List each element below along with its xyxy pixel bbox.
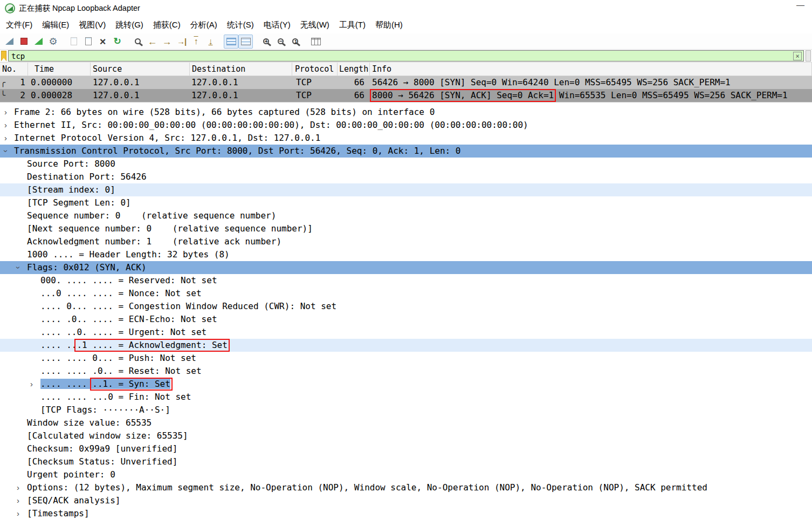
detail-row[interactable]: [TCP Flags: ·······A··S·] xyxy=(0,404,812,416)
detail-row[interactable]: [Next sequence number: 0 (relative seque… xyxy=(0,222,812,235)
column-header-source[interactable]: Source xyxy=(91,63,190,76)
collapse-icon[interactable]: › xyxy=(12,267,25,269)
start-capture-icon[interactable] xyxy=(2,35,17,49)
detail-row[interactable]: Checksum: 0x99a9 [unverified] xyxy=(0,442,812,455)
auto-scroll-icon[interactable] xyxy=(224,35,238,49)
menu-help[interactable]: 帮助(H) xyxy=(370,17,408,33)
menu-file[interactable]: 文件(F) xyxy=(1,17,37,33)
menu-statistics[interactable]: 统计(S) xyxy=(222,17,259,33)
detail-row[interactable]: ›Internet Protocol Version 4, Src: 127.0… xyxy=(0,132,812,145)
go-to-packet-icon[interactable] xyxy=(174,35,189,49)
packet-row-1[interactable]: ╭10.000000127.0.0.1127.0.0.1TCP6656426 →… xyxy=(0,76,812,89)
coloring-rules-icon[interactable] xyxy=(238,35,253,49)
packet-list-body: ╭10.000000127.0.0.1127.0.0.1TCP6656426 →… xyxy=(0,76,812,102)
detail-row-text: .... .... ...0 = Fin: Not set xyxy=(40,392,191,402)
open-file-icon[interactable] xyxy=(66,35,81,49)
detail-row[interactable]: ›[SEQ/ACK analysis] xyxy=(0,494,812,507)
detail-row[interactable]: .... .0.. .... = ECN-Echo: Not set xyxy=(0,313,812,326)
expand-icon[interactable]: › xyxy=(30,378,33,391)
detail-row[interactable]: ›Transmission Control Protocol, Src Port… xyxy=(0,145,812,158)
zoom-out-glyph xyxy=(278,38,284,44)
column-header-destination[interactable]: Destination xyxy=(190,63,292,76)
detail-row[interactable]: Sequence number: 0 (relative sequence nu… xyxy=(0,209,812,222)
detail-row[interactable]: [Stream index: 0] xyxy=(0,183,812,196)
filter-apply-button[interactable] xyxy=(806,50,811,62)
cell-length: 66 xyxy=(338,76,370,89)
expand-icon[interactable]: › xyxy=(4,119,7,132)
detail-row[interactable]: ›Ethernet II, Src: 00:00:00_00:00:00 (00… xyxy=(0,119,812,132)
close-file-icon[interactable] xyxy=(95,35,110,49)
detail-row[interactable]: .... ..0. .... = Urgent: Not set xyxy=(0,326,812,339)
menu-edit[interactable]: 编辑(E) xyxy=(37,17,74,33)
detail-row[interactable]: Acknowledgment number: 1 (relative ack n… xyxy=(0,235,812,248)
column-header-protocol[interactable]: Protocol xyxy=(292,63,338,76)
collapse-icon[interactable]: › xyxy=(0,150,12,153)
packet-row-2[interactable]: ╰20.000028127.0.0.1127.0.0.1TCP668000 → … xyxy=(0,89,812,102)
zoom-in-icon[interactable] xyxy=(259,35,273,49)
detail-row[interactable]: .... 0... .... = Congestion Window Reduc… xyxy=(0,300,812,313)
menu-telephony[interactable]: 电话(Y) xyxy=(259,17,295,33)
detail-row[interactable]: ›Options: (12 bytes), Maximum segment si… xyxy=(0,481,812,494)
expand-icon[interactable]: › xyxy=(17,507,19,520)
conversation-marker: ╰ xyxy=(1,89,5,102)
detail-row[interactable]: .... .... .0.. = Reset: Not set xyxy=(0,365,812,378)
cell-protocol: TCP xyxy=(292,76,338,89)
column-header-time[interactable]: Time xyxy=(28,63,91,76)
detail-row[interactable]: ›.... .... ..1. = Syn: Set xyxy=(0,378,812,391)
detail-row[interactable]: 000. .... .... = Reserved: Not set xyxy=(0,274,812,287)
zoom-out-icon[interactable] xyxy=(273,35,288,49)
expand-icon[interactable]: › xyxy=(17,481,19,494)
detail-row-text: Transmission Control Protocol, Src Port:… xyxy=(14,146,460,156)
detail-row[interactable]: [Calculated window size: 65535] xyxy=(0,429,812,442)
detail-row[interactable]: .... ...1 .... = Acknowledgment: Set xyxy=(0,339,812,352)
expand-icon[interactable]: › xyxy=(4,106,7,119)
detail-row[interactable]: .... .... ...0 = Fin: Not set xyxy=(0,391,812,404)
reload-glyph xyxy=(113,37,121,46)
detail-row[interactable]: Window size value: 65535 xyxy=(0,416,812,429)
restart-capture-icon[interactable] xyxy=(31,35,46,49)
expand-icon[interactable]: › xyxy=(4,132,7,145)
cell-protocol: TCP xyxy=(292,89,338,102)
column-header-no[interactable]: No. xyxy=(0,63,28,76)
reload-icon[interactable] xyxy=(110,35,125,49)
filter-clear-icon[interactable]: × xyxy=(793,52,802,60)
detail-row[interactable]: Source Port: 8000 xyxy=(0,158,812,170)
first-packet-icon[interactable] xyxy=(189,35,203,49)
find-packet-icon[interactable] xyxy=(130,35,145,49)
detail-row[interactable]: ...0 .... .... = Nonce: Not set xyxy=(0,287,812,300)
zoom-original-icon[interactable] xyxy=(288,35,302,49)
menu-analyze[interactable]: 分析(A) xyxy=(185,17,222,33)
menu-go[interactable]: 跳转(G) xyxy=(111,17,148,33)
detail-row[interactable]: Destination Port: 56426 xyxy=(0,170,812,183)
previous-packet-icon[interactable] xyxy=(145,35,160,49)
column-header-length[interactable]: Length xyxy=(338,63,370,76)
detail-row-text: Checksum: 0x99a9 [unverified] xyxy=(27,443,177,454)
column-header-info[interactable]: Info xyxy=(370,63,812,76)
detail-row-text: .... ...1 .... = Acknowledgment: Set xyxy=(40,340,228,350)
filter-input[interactable]: tcp × xyxy=(8,50,804,62)
detail-row-text: [TCP Flags: ·······A··S·] xyxy=(40,405,170,415)
detail-row[interactable]: Urgent pointer: 0 xyxy=(0,468,812,481)
detail-row[interactable]: ›[Timestamps] xyxy=(0,507,812,520)
last-packet-icon[interactable] xyxy=(203,35,218,49)
menu-tools[interactable]: 工具(T) xyxy=(334,17,370,33)
detail-row[interactable]: [TCP Segment Len: 0] xyxy=(0,196,812,209)
detail-row[interactable]: ›Frame 2: 66 bytes on wire (528 bits), 6… xyxy=(0,106,812,119)
menu-capture[interactable]: 捕获(C) xyxy=(148,17,185,33)
resize-columns-icon[interactable] xyxy=(308,35,323,49)
menu-view[interactable]: 视图(V) xyxy=(74,17,111,33)
wireshark-logo-icon xyxy=(5,3,15,13)
expand-icon[interactable]: › xyxy=(17,494,19,507)
detail-row[interactable]: .... .... 0... = Push: Not set xyxy=(0,352,812,365)
filter-bookmark-icon[interactable] xyxy=(1,51,6,62)
detail-row[interactable]: ›Flags: 0x012 (SYN, ACK) xyxy=(0,261,812,274)
menu-wireless[interactable]: 无线(W) xyxy=(295,17,334,33)
save-file-icon[interactable] xyxy=(81,35,95,49)
detail-row[interactable]: [Checksum Status: Unverified] xyxy=(0,455,812,468)
stop-capture-icon[interactable] xyxy=(17,35,31,49)
detail-row-text: Sequence number: 0 (relative sequence nu… xyxy=(27,210,276,221)
minimize-button[interactable]: — xyxy=(796,0,804,9)
detail-row[interactable]: 1000 .... = Header Length: 32 bytes (8) xyxy=(0,248,812,261)
next-packet-icon[interactable] xyxy=(160,35,174,49)
capture-options-icon[interactable] xyxy=(46,35,60,49)
